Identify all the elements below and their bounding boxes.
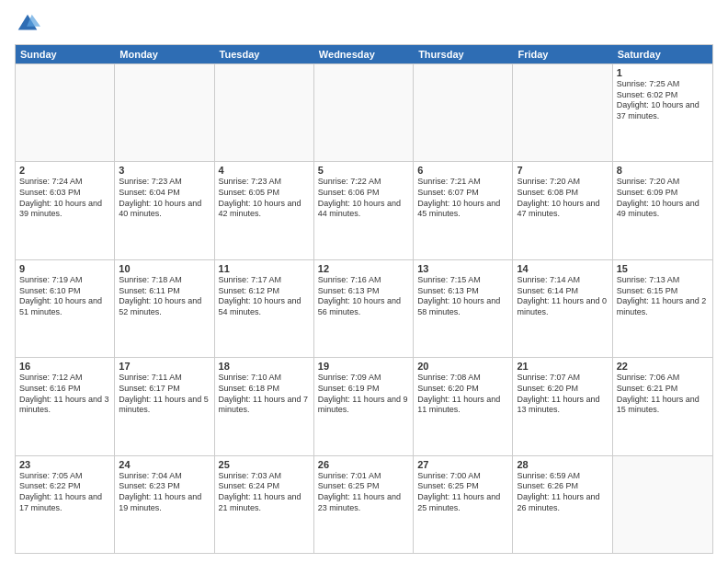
day-number: 5: [318, 165, 409, 176]
cal-cell: 16Sunrise: 7:12 AM Sunset: 6:16 PM Dayli…: [16, 358, 115, 454]
page: SundayMondayTuesdayWednesdayThursdayFrid…: [0, 0, 728, 563]
day-number: 18: [219, 361, 310, 372]
day-number: 4: [219, 165, 310, 176]
day-number: 1: [617, 67, 709, 78]
day-number: 25: [219, 459, 310, 470]
day-number: 9: [19, 263, 110, 274]
cell-info: Sunrise: 7:16 AM Sunset: 6:13 PM Dayligh…: [318, 275, 409, 318]
cal-cell: [314, 64, 414, 161]
cal-cell: [513, 64, 612, 161]
day-number: 16: [19, 361, 110, 372]
cal-cell: 10Sunrise: 7:18 AM Sunset: 6:11 PM Dayli…: [115, 260, 214, 357]
day-number: 10: [119, 263, 210, 274]
cell-info: Sunrise: 7:07 AM Sunset: 6:20 PM Dayligh…: [517, 373, 608, 416]
cell-info: Sunrise: 7:10 AM Sunset: 6:18 PM Dayligh…: [219, 373, 310, 416]
day-number: 26: [318, 459, 409, 470]
cell-info: Sunrise: 7:04 AM Sunset: 6:23 PM Dayligh…: [119, 471, 210, 514]
cal-cell: 3Sunrise: 7:23 AM Sunset: 6:04 PM Daylig…: [115, 162, 214, 259]
cal-cell: 22Sunrise: 7:06 AM Sunset: 6:21 PM Dayli…: [613, 358, 712, 454]
day-number: 7: [517, 165, 608, 176]
day-number: 20: [417, 361, 508, 372]
day-number: 15: [617, 263, 709, 274]
cal-cell: 9Sunrise: 7:19 AM Sunset: 6:10 PM Daylig…: [16, 260, 115, 357]
cal-cell: 19Sunrise: 7:09 AM Sunset: 6:19 PM Dayli…: [314, 358, 414, 454]
cal-row: 2Sunrise: 7:24 AM Sunset: 6:03 PM Daylig…: [16, 161, 712, 259]
cal-cell: 14Sunrise: 7:14 AM Sunset: 6:14 PM Dayli…: [513, 260, 612, 357]
cell-info: Sunrise: 7:11 AM Sunset: 6:17 PM Dayligh…: [119, 373, 210, 416]
cal-cell: 21Sunrise: 7:07 AM Sunset: 6:20 PM Dayli…: [513, 358, 612, 454]
day-number: 21: [517, 361, 608, 372]
calendar: SundayMondayTuesdayWednesdayThursdayFrid…: [15, 44, 713, 554]
cal-row: 16Sunrise: 7:12 AM Sunset: 6:16 PM Dayli…: [16, 357, 712, 454]
cell-info: Sunrise: 7:00 AM Sunset: 6:25 PM Dayligh…: [417, 471, 508, 514]
cell-info: Sunrise: 7:09 AM Sunset: 6:19 PM Dayligh…: [318, 373, 409, 416]
cal-cell: [414, 64, 513, 161]
cal-cell: 23Sunrise: 7:05 AM Sunset: 6:22 PM Dayli…: [16, 456, 115, 553]
cal-cell: 20Sunrise: 7:08 AM Sunset: 6:20 PM Dayli…: [414, 358, 513, 454]
cell-info: Sunrise: 7:03 AM Sunset: 6:24 PM Dayligh…: [219, 471, 310, 514]
cal-header-day: Sunday: [16, 45, 115, 63]
day-number: 27: [417, 459, 508, 470]
day-number: 8: [617, 165, 709, 176]
cell-info: Sunrise: 7:18 AM Sunset: 6:11 PM Dayligh…: [119, 275, 210, 318]
cell-info: Sunrise: 7:17 AM Sunset: 6:12 PM Dayligh…: [219, 275, 310, 318]
header: [15, 11, 713, 37]
cal-cell: 5Sunrise: 7:22 AM Sunset: 6:06 PM Daylig…: [314, 162, 414, 259]
day-number: 6: [417, 165, 508, 176]
day-number: 13: [417, 263, 508, 274]
cell-info: Sunrise: 7:06 AM Sunset: 6:21 PM Dayligh…: [617, 373, 709, 416]
cal-cell: 8Sunrise: 7:20 AM Sunset: 6:09 PM Daylig…: [613, 162, 712, 259]
cell-info: Sunrise: 7:13 AM Sunset: 6:15 PM Dayligh…: [617, 275, 709, 318]
cal-cell: 12Sunrise: 7:16 AM Sunset: 6:13 PM Dayli…: [314, 260, 414, 357]
day-number: 23: [19, 459, 110, 470]
day-number: 24: [119, 459, 210, 470]
cal-header-day: Monday: [115, 45, 214, 63]
cal-cell: 28Sunrise: 6:59 AM Sunset: 6:26 PM Dayli…: [513, 456, 612, 553]
cal-cell: 27Sunrise: 7:00 AM Sunset: 6:25 PM Dayli…: [414, 456, 513, 553]
cal-header-day: Friday: [513, 45, 612, 63]
cell-info: Sunrise: 7:22 AM Sunset: 6:06 PM Dayligh…: [318, 177, 409, 220]
cal-cell: 4Sunrise: 7:23 AM Sunset: 6:05 PM Daylig…: [215, 162, 314, 259]
cal-cell: [215, 64, 314, 161]
cell-info: Sunrise: 7:23 AM Sunset: 6:04 PM Dayligh…: [119, 177, 210, 220]
logo-icon: [15, 11, 40, 37]
day-number: 3: [119, 165, 210, 176]
cell-info: Sunrise: 6:59 AM Sunset: 6:26 PM Dayligh…: [517, 471, 608, 514]
cal-cell: 11Sunrise: 7:17 AM Sunset: 6:12 PM Dayli…: [215, 260, 314, 357]
cal-cell: 7Sunrise: 7:20 AM Sunset: 6:08 PM Daylig…: [513, 162, 612, 259]
cell-info: Sunrise: 7:08 AM Sunset: 6:20 PM Dayligh…: [417, 373, 508, 416]
cal-cell: [16, 64, 115, 161]
cal-cell: 1Sunrise: 7:25 AM Sunset: 6:02 PM Daylig…: [613, 64, 712, 161]
cal-row: 9Sunrise: 7:19 AM Sunset: 6:10 PM Daylig…: [16, 259, 712, 357]
cell-info: Sunrise: 7:19 AM Sunset: 6:10 PM Dayligh…: [19, 275, 110, 318]
day-number: 19: [318, 361, 409, 372]
cal-header-day: Tuesday: [215, 45, 314, 63]
cal-header-day: Thursday: [414, 45, 513, 63]
cal-cell: 26Sunrise: 7:01 AM Sunset: 6:25 PM Dayli…: [314, 456, 414, 553]
cal-cell: [115, 64, 214, 161]
cell-info: Sunrise: 7:12 AM Sunset: 6:16 PM Dayligh…: [19, 373, 110, 416]
cal-cell: 6Sunrise: 7:21 AM Sunset: 6:07 PM Daylig…: [414, 162, 513, 259]
day-number: 11: [219, 263, 310, 274]
cal-cell: 25Sunrise: 7:03 AM Sunset: 6:24 PM Dayli…: [215, 456, 314, 553]
cell-info: Sunrise: 7:14 AM Sunset: 6:14 PM Dayligh…: [517, 275, 608, 318]
cal-cell: 17Sunrise: 7:11 AM Sunset: 6:17 PM Dayli…: [115, 358, 214, 454]
day-number: 12: [318, 263, 409, 274]
day-number: 28: [517, 459, 608, 470]
cell-info: Sunrise: 7:21 AM Sunset: 6:07 PM Dayligh…: [417, 177, 508, 220]
cell-info: Sunrise: 7:23 AM Sunset: 6:05 PM Dayligh…: [219, 177, 310, 220]
cell-info: Sunrise: 7:20 AM Sunset: 6:08 PM Dayligh…: [517, 177, 608, 220]
cal-row: 1Sunrise: 7:25 AM Sunset: 6:02 PM Daylig…: [16, 63, 712, 161]
cal-cell: 24Sunrise: 7:04 AM Sunset: 6:23 PM Dayli…: [115, 456, 214, 553]
day-number: 14: [517, 263, 608, 274]
cal-cell: 13Sunrise: 7:15 AM Sunset: 6:13 PM Dayli…: [414, 260, 513, 357]
cal-row: 23Sunrise: 7:05 AM Sunset: 6:22 PM Dayli…: [16, 455, 712, 553]
cell-info: Sunrise: 7:15 AM Sunset: 6:13 PM Dayligh…: [417, 275, 508, 318]
day-number: 2: [19, 165, 110, 176]
day-number: 17: [119, 361, 210, 372]
cal-cell: [613, 456, 712, 553]
cell-info: Sunrise: 7:05 AM Sunset: 6:22 PM Dayligh…: [19, 471, 110, 514]
cal-cell: 15Sunrise: 7:13 AM Sunset: 6:15 PM Dayli…: [613, 260, 712, 357]
cal-cell: 18Sunrise: 7:10 AM Sunset: 6:18 PM Dayli…: [215, 358, 314, 454]
calendar-header: SundayMondayTuesdayWednesdayThursdayFrid…: [16, 45, 712, 63]
